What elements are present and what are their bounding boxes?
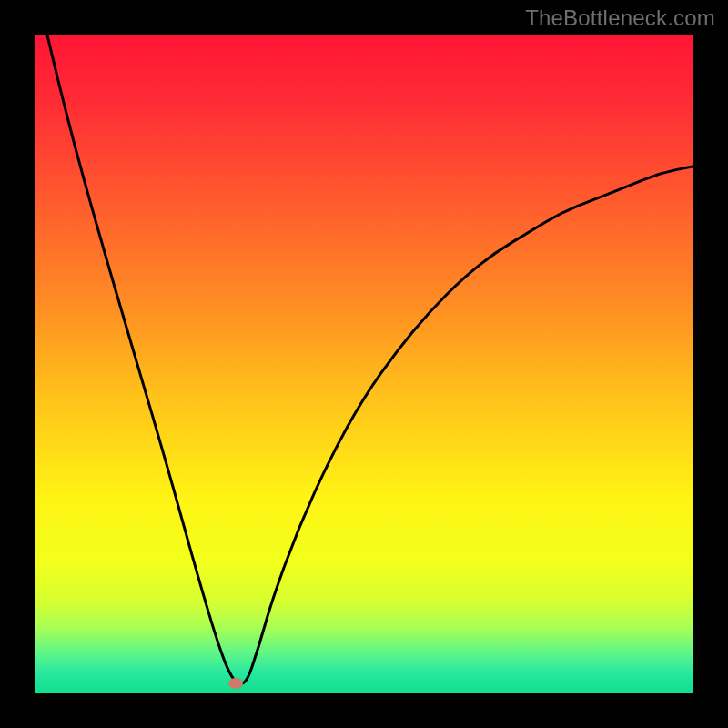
curve-svg (35, 35, 693, 693)
plot-area (35, 35, 693, 693)
bottleneck-curve (35, 35, 693, 684)
chart-frame: TheBottleneck.com (0, 0, 728, 728)
watermark-text: TheBottleneck.com (525, 5, 715, 31)
minimum-marker (228, 678, 243, 689)
